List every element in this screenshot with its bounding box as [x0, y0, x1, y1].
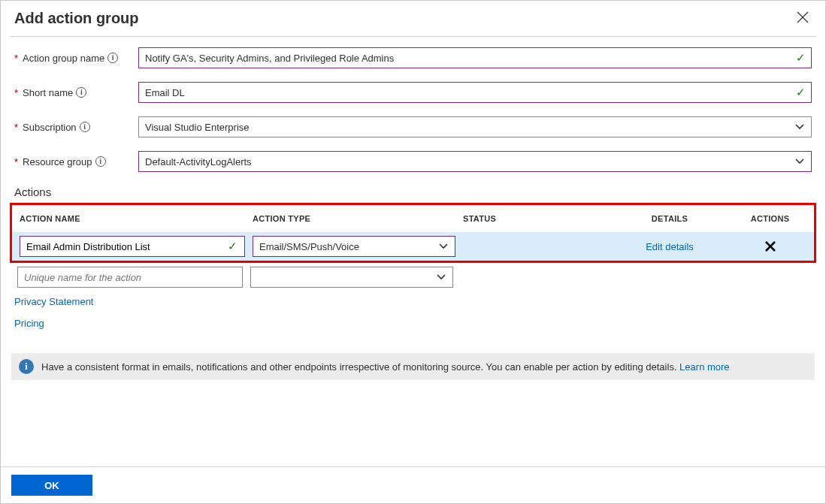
col-status: STATUS: [463, 214, 606, 223]
info-icon[interactable]: i: [76, 87, 86, 98]
actions-highlight-box: ACTION NAME ACTION TYPE STATUS DETAILS A…: [10, 203, 816, 263]
new-action-type-select[interactable]: [250, 267, 453, 288]
info-icon[interactable]: i: [95, 156, 106, 167]
short-name-input[interactable]: [138, 82, 812, 103]
pricing-link[interactable]: Pricing: [14, 318, 44, 329]
actions-table-header: ACTION NAME ACTION TYPE STATUS DETAILS A…: [12, 205, 814, 232]
info-icon[interactable]: i: [107, 53, 118, 63]
subscription-select[interactable]: Visual Studio Enterprise: [138, 116, 812, 137]
subscription-label: Subscription: [23, 122, 77, 133]
action-type-value: Email/SMS/Push/Voice: [259, 241, 359, 252]
privacy-statement-link[interactable]: Privacy Statement: [14, 296, 94, 307]
info-icon: i: [19, 359, 34, 374]
col-action-name: ACTION NAME: [20, 214, 253, 223]
close-icon: [797, 11, 809, 23]
resource-group-label: Resource group: [23, 156, 92, 167]
info-icon[interactable]: i: [80, 122, 90, 132]
col-actions: ACTIONS: [734, 214, 806, 223]
col-action-type: ACTION TYPE: [253, 214, 463, 223]
actions-section-title: Actions: [1, 186, 825, 198]
required-marker: *: [14, 53, 18, 64]
learn-more-link[interactable]: Learn more: [679, 361, 729, 373]
close-button[interactable]: [794, 10, 812, 27]
ok-button[interactable]: OK: [11, 475, 92, 496]
required-marker: *: [14, 87, 18, 98]
col-details: DETAILS: [606, 214, 734, 223]
edit-details-link[interactable]: Edit details: [646, 241, 694, 252]
new-action-name-input[interactable]: [17, 267, 243, 288]
delete-action-button[interactable]: [765, 241, 776, 252]
action-row: ✓ Email/SMS/Push/Voice: [12, 232, 814, 261]
short-name-label: Short name: [23, 87, 73, 98]
required-marker: *: [14, 122, 18, 133]
action-type-select[interactable]: Email/SMS/Push/Voice: [253, 236, 455, 257]
action-group-name-label: Action group name: [23, 53, 104, 64]
info-bar-text: Have a consistent format in emails, noti…: [41, 361, 679, 373]
resource-group-select[interactable]: Default-ActivityLogAlerts: [138, 151, 812, 172]
divider: [10, 36, 816, 37]
action-group-name-input[interactable]: [138, 47, 812, 68]
info-bar: i Have a consistent format in emails, no…: [11, 353, 815, 380]
action-row-blank: [10, 263, 816, 291]
resource-group-value: Default-ActivityLogAlerts: [145, 156, 252, 167]
required-marker: *: [14, 156, 18, 167]
subscription-value: Visual Studio Enterprise: [145, 122, 250, 133]
x-icon: [765, 241, 776, 252]
page-title: Add action group: [14, 10, 139, 27]
action-name-input[interactable]: [20, 236, 245, 257]
